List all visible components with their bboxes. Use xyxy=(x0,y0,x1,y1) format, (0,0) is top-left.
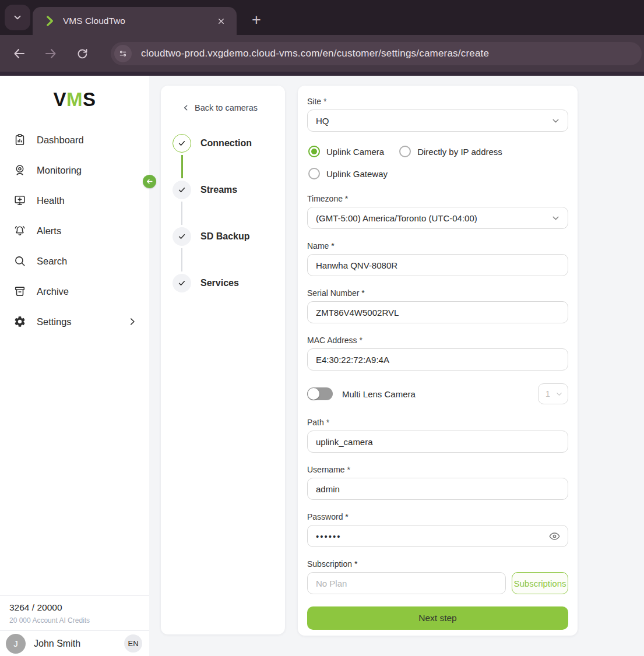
sidebar-item-alerts[interactable]: Alerts xyxy=(0,216,149,246)
step-label: SD Backup xyxy=(200,231,249,242)
avatar[interactable]: J xyxy=(6,634,26,654)
step-streams[interactable]: Streams xyxy=(173,181,285,199)
user-menu[interactable]: J John Smith EN xyxy=(0,630,149,656)
radio-uplink-camera[interactable] xyxy=(308,146,320,157)
dashboard-icon xyxy=(13,133,27,147)
mac-address-input[interactable] xyxy=(307,348,568,371)
next-step-button[interactable]: Next step xyxy=(307,606,568,630)
mac-address-label: MAC Address * xyxy=(307,336,568,345)
timezone-select[interactable]: (GMT-5:00) America/Toronto (UTC-04:00) xyxy=(307,207,568,229)
path-field: Path * xyxy=(307,418,568,453)
step-connector xyxy=(181,202,182,225)
sidebar-item-archive[interactable]: Archive xyxy=(0,276,149,306)
new-tab-button[interactable]: + xyxy=(245,8,268,31)
name-input[interactable] xyxy=(307,254,568,276)
browser-chrome: VMS CloudTwo + cloudtwo-prod.vxgdemo.clo… xyxy=(0,0,644,76)
step-services[interactable]: Services xyxy=(173,274,285,292)
tab-search-button[interactable] xyxy=(5,5,30,30)
path-input[interactable] xyxy=(307,431,568,453)
site-label: Site * xyxy=(307,97,568,106)
password-field: Password * xyxy=(307,512,568,547)
step-check-icon xyxy=(173,227,191,246)
sidebar-item-label: Health xyxy=(37,195,65,206)
back-icon[interactable] xyxy=(9,44,29,64)
step-sd-backup[interactable]: SD Backup xyxy=(173,227,285,246)
forward-icon[interactable] xyxy=(41,44,61,64)
radio-label[interactable]: Uplink Gateway xyxy=(326,169,388,179)
sidebar-item-settings[interactable]: Settings xyxy=(0,306,149,337)
subscription-label: Subscription * xyxy=(307,559,568,569)
site-field: Site * HQ xyxy=(307,97,568,132)
chevron-down-icon xyxy=(12,12,23,23)
step-connection[interactable]: Connection xyxy=(173,134,285,153)
step-check-icon xyxy=(173,274,191,292)
logo-letter-v: V xyxy=(53,89,66,110)
multi-lens-row: Multi Lens Camera 1 xyxy=(307,383,568,405)
alerts-icon xyxy=(13,224,27,238)
radio-row: Uplink Camera Directly by IP address xyxy=(308,146,567,157)
username-field: Username * xyxy=(307,465,568,500)
radio-uplink-gateway[interactable] xyxy=(308,168,320,179)
sidebar-item-label: Monitoring xyxy=(37,165,82,176)
language-badge[interactable]: EN xyxy=(124,634,142,653)
user-name: John Smith xyxy=(34,639,80,649)
monitoring-icon xyxy=(13,163,27,177)
site-select[interactable]: HQ xyxy=(307,110,568,132)
serial-number-input[interactable] xyxy=(307,301,568,323)
tab-title: VMS CloudTwo xyxy=(63,16,213,26)
sidebar-item-monitoring[interactable]: Monitoring xyxy=(0,155,149,185)
back-to-cameras-link[interactable]: Back to cameras xyxy=(182,103,285,112)
sidebar-item-health[interactable]: Health xyxy=(0,185,149,216)
step-label: Services xyxy=(200,278,239,288)
step-check-icon xyxy=(173,134,191,153)
timezone-value: (GMT-5:00) America/Toronto (UTC-04:00) xyxy=(316,213,477,223)
sidebar-item-label: Alerts xyxy=(37,225,61,237)
wizard-stepper-panel: Back to cameras Connection Streams xyxy=(161,86,285,634)
radio-label[interactable]: Directly by IP address xyxy=(417,147,502,157)
lens-count-select[interactable]: 1 xyxy=(538,383,568,404)
tab-strip: VMS CloudTwo + xyxy=(0,0,644,35)
archive-icon xyxy=(13,284,27,298)
wizard-steps: Connection Streams SD Backup xyxy=(173,134,285,292)
back-link-label: Back to cameras xyxy=(195,103,258,112)
logo-letter-m: M xyxy=(66,89,83,110)
browser-tab[interactable]: VMS CloudTwo xyxy=(33,7,237,35)
chevron-right-icon xyxy=(127,316,138,327)
sidebar-item-label: Archive xyxy=(37,286,69,297)
password-input[interactable] xyxy=(307,525,568,547)
chevron-down-icon xyxy=(551,116,561,126)
password-label: Password * xyxy=(307,512,568,521)
username-label: Username * xyxy=(307,465,568,474)
sidebar-nav: Dashboard Monitoring Health Alerts xyxy=(0,125,149,337)
radio-directly-by-ip[interactable] xyxy=(399,146,411,157)
tab-close-icon[interactable] xyxy=(213,13,228,29)
url-text[interactable]: cloudtwo-prod.vxgdemo.cloud-vms.com/en/c… xyxy=(141,48,489,59)
sidebar-item-label: Search xyxy=(37,256,67,267)
sidebar-item-search[interactable]: Search xyxy=(0,246,149,276)
sidebar-collapse-button[interactable] xyxy=(143,175,156,188)
site-info-icon[interactable] xyxy=(114,45,132,62)
settings-icon xyxy=(13,315,27,329)
multi-lens-toggle[interactable] xyxy=(307,387,333,400)
browser-toolbar: cloudtwo-prod.vxgdemo.cloud-vms.com/en/c… xyxy=(0,35,644,72)
toggle-knob xyxy=(308,388,319,400)
camera-create-form: Site * HQ Uplink Camera Directly by IP a… xyxy=(298,86,578,636)
chevron-down-icon xyxy=(551,213,561,223)
radio-label[interactable]: Uplink Camera xyxy=(326,147,384,157)
subscriptions-button[interactable]: Subscriptions xyxy=(512,572,568,594)
eye-icon[interactable] xyxy=(548,530,561,542)
radio-row: Uplink Gateway xyxy=(308,168,567,179)
reload-icon[interactable] xyxy=(72,44,92,64)
serial-number-field: Serial Number * xyxy=(307,288,568,323)
multi-lens-label: Multi Lens Camera xyxy=(342,389,416,399)
subscription-input[interactable] xyxy=(307,572,506,594)
username-input[interactable] xyxy=(307,478,568,500)
ai-credits-used: 3264 / 20000 xyxy=(9,602,140,613)
app-page: VMS Dashboard Monitoring Health xyxy=(0,76,644,656)
url-bar[interactable]: cloudtwo-prod.vxgdemo.cloud-vms.com/en/c… xyxy=(111,42,642,65)
health-icon xyxy=(13,193,27,207)
step-connector xyxy=(181,155,183,178)
sidebar: VMS Dashboard Monitoring Health xyxy=(0,76,149,656)
sidebar-item-dashboard[interactable]: Dashboard xyxy=(0,125,149,155)
serial-number-label: Serial Number * xyxy=(307,288,568,298)
